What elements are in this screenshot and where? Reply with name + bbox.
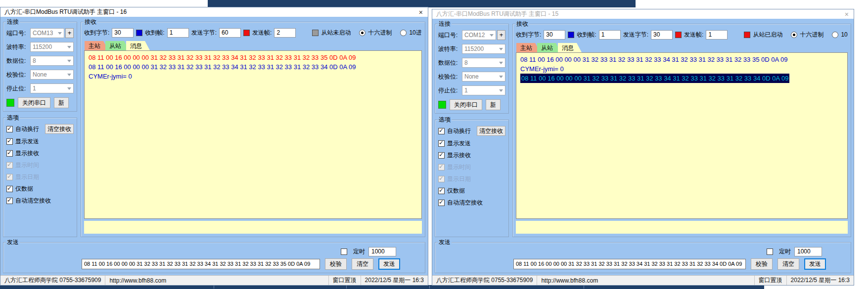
tab-master[interactable]: 主站 [85, 41, 108, 50]
pin-window-toggle[interactable]: 窗口置顶 [328, 276, 361, 285]
checkbox-checked[interactable] [6, 138, 13, 145]
clear-button[interactable]: 清空 [352, 258, 373, 270]
message-log[interactable]: 08 11 00 16 00 00 00 31 32 33 31 32 33 3… [84, 50, 422, 219]
hex-radio[interactable] [359, 30, 365, 36]
hex-radio-label: 十六进制 [800, 31, 823, 39]
new-window-button[interactable]: 新 [54, 97, 69, 108]
verify-button[interactable]: 校验 [325, 258, 347, 270]
log-line: 08 11 00 16 00 00 00 31 32 33 31 32 33 3… [89, 53, 417, 62]
chevron-down-icon [499, 89, 503, 92]
tab-strip: 主站 从站 消息 [85, 41, 422, 50]
send-button[interactable]: 发送 [378, 258, 400, 270]
chevron-down-icon [499, 62, 503, 64]
clear-receive-button[interactable]: 清空接收 [477, 126, 505, 136]
checkbox-checked[interactable] [438, 128, 445, 134]
option-show-receive: 显示接收 [6, 149, 74, 158]
dec-radio[interactable] [832, 32, 838, 38]
clear-receive-button[interactable]: 清空接收 [45, 124, 74, 134]
strip-separator [346, 286, 347, 289]
rx-frames-value[interactable]: 1 [599, 30, 621, 40]
tx-frames-value[interactable]: 1 [706, 30, 728, 40]
close-icon[interactable]: × [843, 10, 851, 18]
baud-label: 波特率: [6, 43, 30, 51]
port-label: 端口号: [438, 31, 462, 40]
parity-select[interactable]: None [30, 70, 74, 80]
tx-frames-label: 发送帧: [252, 29, 272, 37]
tx-indicator [675, 32, 682, 38]
tx-frames-value[interactable]: 2 [274, 28, 296, 38]
modbus-window-16: 八方汇-串口ModBus RTU调试助手 主窗口 - 16 × 连接 端口号: … [0, 7, 428, 286]
rx-bytes-value[interactable]: 30 [544, 30, 565, 40]
options-group: 选项 自动换行 清空接收 显示发送 显示接收 [435, 120, 509, 237]
option-show-receive: 显示接收 [438, 151, 505, 160]
tab-slave[interactable]: 从站 [105, 41, 129, 50]
verify-button[interactable]: 校验 [751, 258, 773, 270]
tx-frames-label: 发送帧: [684, 31, 703, 39]
close-port-button[interactable]: 关闭串口 [450, 99, 482, 110]
send-button[interactable]: 发送 [804, 258, 826, 270]
new-window-button[interactable]: 新 [486, 99, 501, 110]
chevron-down-icon [67, 74, 71, 76]
checkbox-checked[interactable] [438, 188, 445, 194]
clear-button[interactable]: 清空 [777, 258, 799, 270]
checkbox-checked-disabled [6, 174, 13, 180]
rx-bytes-value[interactable]: 30 [112, 28, 134, 38]
checkbox-checked[interactable] [438, 140, 445, 147]
message-log[interactable]: 08 11 00 16 00 00 00 31 32 33 31 32 33 3… [516, 52, 848, 219]
timer-checkbox[interactable] [767, 248, 773, 255]
add-port-button[interactable]: + [497, 30, 505, 40]
baud-select[interactable]: 115200 [30, 42, 74, 52]
tab-slave[interactable]: 从站 [537, 43, 561, 52]
timer-checkbox[interactable] [341, 248, 347, 255]
timer-interval-input[interactable]: 1000 [794, 247, 822, 256]
option-autowrap: 自动换行 清空接收 [6, 124, 74, 134]
port-select[interactable]: COM13 [30, 28, 64, 38]
checkbox-checked[interactable] [438, 152, 445, 159]
titlebar[interactable]: 八方汇-串口ModBus RTU调试助手 主窗口 - 16 × [0, 7, 428, 17]
databits-select[interactable]: 8 [30, 56, 74, 66]
close-port-button[interactable]: 关闭串口 [18, 97, 50, 108]
dec-radio-label: 10进制 [409, 29, 422, 37]
stopbits-select[interactable]: 1 [30, 83, 74, 93]
status-datetime: 2022/12/5 星期一 16:3 [786, 276, 854, 285]
tx-bytes-value[interactable]: 60 [219, 28, 241, 38]
stopbits-select[interactable]: 1 [462, 85, 505, 95]
add-port-button[interactable]: + [65, 28, 74, 38]
pin-window-toggle[interactable]: 窗口置顶 [754, 276, 786, 285]
timer-interval-input[interactable]: 1000 [368, 247, 396, 256]
baud-select[interactable]: 115200 [462, 44, 505, 54]
close-icon[interactable]: × [417, 8, 425, 16]
send-data-input[interactable]: 08 11 00 16 00 00 00 31 32 33 31 32 33 3… [82, 259, 320, 269]
rx-indicator [568, 32, 574, 38]
rx-frames-value[interactable]: 1 [167, 28, 189, 38]
port-select[interactable]: COM12 [462, 30, 496, 40]
slave-status-label: 从站已启动 [753, 31, 782, 39]
stopbits-label: 停止位: [438, 86, 462, 95]
chevron-down-icon [67, 87, 71, 90]
tx-bytes-value[interactable]: 30 [651, 30, 673, 40]
slave-status-indicator [744, 32, 750, 38]
group-label: 接收 [84, 18, 97, 25]
databits-label: 数据位: [438, 59, 462, 67]
tab-message[interactable]: 消息 [126, 41, 150, 50]
checkbox-checked[interactable] [438, 200, 445, 206]
option-show-send: 显示发送 [6, 137, 74, 146]
slave-status-label: 从站未启动 [321, 29, 351, 37]
send-data-input[interactable]: 08 11 00 16 00 00 00 31 32 33 31 32 33 3… [513, 259, 746, 269]
group-label: 选项 [438, 116, 452, 123]
checkbox-checked[interactable] [6, 198, 13, 204]
dec-radio[interactable] [400, 30, 407, 36]
status-bar: 八方汇工程师商学院 0755-33675909 http://www.bfh88… [432, 275, 854, 285]
tab-master[interactable]: 主站 [516, 43, 540, 52]
parity-select[interactable]: None [462, 72, 505, 82]
hex-radio[interactable] [791, 32, 797, 38]
tab-message[interactable]: 消息 [558, 43, 582, 52]
titlebar[interactable]: 八方汇-串口ModBus RTU调试助手 主窗口 - 15 × [432, 9, 854, 19]
rx-bytes-label: 收到字节: [516, 31, 541, 39]
checkbox-checked[interactable] [6, 186, 13, 192]
checkbox-checked[interactable] [6, 126, 13, 132]
checkbox-checked[interactable] [6, 150, 13, 157]
send-group: 发送 定时 1000 08 11 00 16 00 00 00 31 32 33… [435, 242, 851, 273]
databits-select[interactable]: 8 [462, 58, 505, 68]
port-open-indicator [6, 99, 14, 107]
